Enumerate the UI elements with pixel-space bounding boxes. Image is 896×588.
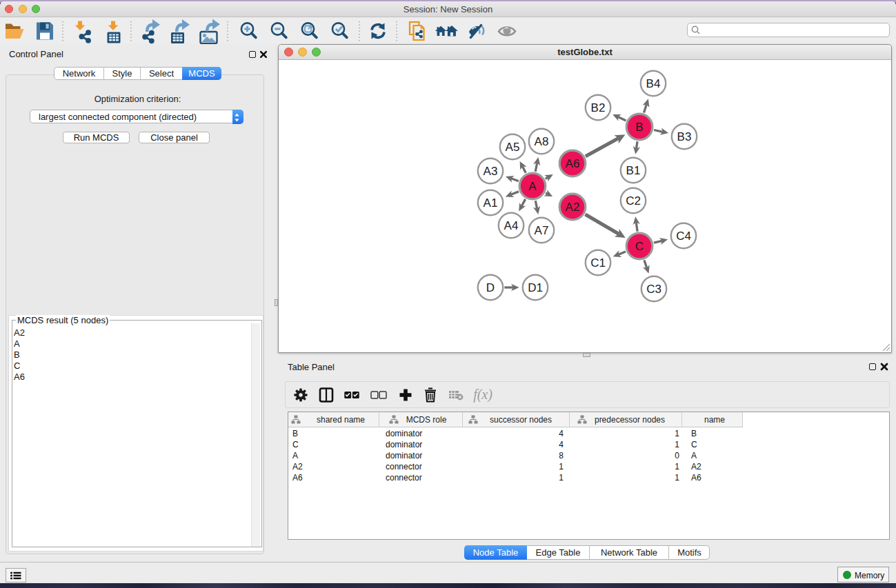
svg-text:C4: C4 (676, 230, 691, 243)
svg-text:B2: B2 (591, 101, 606, 114)
svg-text:A3: A3 (484, 165, 498, 178)
svg-text:B: B (635, 121, 643, 134)
svg-text:B1: B1 (626, 164, 641, 177)
svg-text:A5: A5 (506, 141, 520, 154)
svg-text:A1: A1 (484, 196, 498, 210)
svg-text:D1: D1 (528, 281, 543, 294)
svg-text:C1: C1 (590, 256, 606, 270)
svg-text:C3: C3 (646, 283, 661, 296)
svg-text:A: A (528, 180, 537, 193)
svg-text:A7: A7 (535, 224, 549, 237)
svg-text:A8: A8 (535, 135, 549, 148)
svg-text:D: D (486, 281, 495, 294)
svg-text:C2: C2 (626, 194, 641, 207)
svg-text:B4: B4 (646, 77, 661, 90)
svg-text:C: C (635, 240, 644, 253)
svg-text:A6: A6 (566, 157, 580, 170)
svg-text:A4: A4 (504, 219, 519, 232)
svg-text:B3: B3 (677, 130, 692, 143)
svg-text:f(x): f(x) (473, 387, 492, 403)
svg-text:A2: A2 (566, 201, 580, 214)
